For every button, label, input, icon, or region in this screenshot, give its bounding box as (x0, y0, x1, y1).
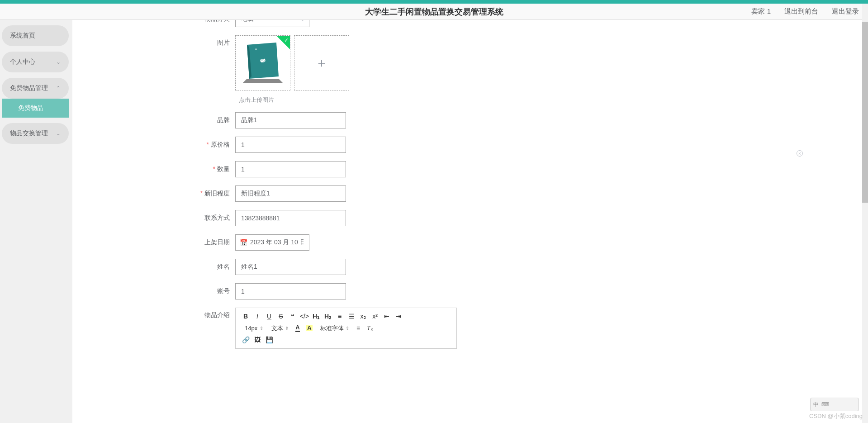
indent-left-button[interactable]: ⇤ (381, 311, 392, 322)
ime-icon: ⌨ (821, 401, 829, 408)
link-button[interactable]: 🔗 (240, 334, 251, 345)
price-input[interactable] (235, 137, 346, 153)
row-image: 图片 ✓ (72, 35, 866, 90)
row-brand: 品牌 (72, 112, 866, 128)
page-title: 大学生二手闲置物品置换交易管理系统 (365, 6, 503, 17)
label-description: 物品介绍 (72, 308, 235, 319)
contact-input[interactable] (235, 210, 346, 226)
watermark: CSDN @小紫coding (809, 412, 863, 420)
row-description: 物品介绍 B I U S ❝ </> H₁ H₂ ≡ (72, 308, 866, 349)
ime-widget[interactable]: 中 ⌨ (810, 398, 859, 411)
image-thumbnail[interactable]: ✓ (235, 35, 290, 90)
italic-button[interactable]: I (252, 311, 263, 322)
format-select-wrap: 文本 (270, 324, 289, 333)
sidebar-item-profile[interactable]: 个人中心 ⌄ (2, 52, 69, 72)
bold-button[interactable]: B (240, 311, 251, 322)
code-button[interactable]: </> (299, 311, 310, 322)
sidebar-item-home[interactable]: 系统首页 (2, 25, 69, 46)
row-quantity: 数量 (72, 161, 866, 177)
account-input[interactable] (235, 283, 346, 299)
category-select[interactable] (235, 20, 309, 27)
quote-button[interactable]: ❝ (287, 311, 298, 322)
name-input[interactable] (235, 259, 346, 275)
condition-input[interactable] (235, 185, 346, 202)
svg-marker-1 (242, 79, 283, 83)
chevron-up-icon: ⌃ (56, 85, 61, 91)
content-area: 物品分类 ⌄ 图片 (72, 20, 866, 423)
select-category-wrap: ⌄ (235, 20, 309, 27)
user-label[interactable]: 卖家 1 (751, 7, 771, 16)
label-brand: 品牌 (72, 116, 235, 124)
clearformat-button[interactable]: Tₓ (365, 323, 375, 333)
label-name: 姓名 (72, 263, 235, 271)
sidebar-item-label: 系统首页 (10, 32, 35, 40)
logout-link[interactable]: 退出登录 (832, 7, 859, 16)
sidebar: 系统首页 个人中心 ⌄ 免费物品管理 ⌃ 免费物品 物品交换管理 ⌄ (0, 20, 71, 423)
row-date: 上架日期 📅 (72, 234, 866, 251)
image-button[interactable]: 🖼 (252, 334, 263, 345)
top-accent-bar (0, 0, 868, 4)
calendar-icon: 📅 (240, 239, 247, 246)
format-select[interactable]: 文本 (270, 324, 290, 333)
date-wrap: 📅 (235, 234, 309, 251)
chevron-down-icon: ⌄ (56, 130, 61, 137)
svg-point-5 (255, 48, 257, 50)
h2-button[interactable]: H₂ (323, 311, 333, 322)
label-contact: 联系方式 (72, 214, 235, 222)
row-name: 姓名 (72, 259, 866, 275)
h1-button[interactable]: H₁ (311, 311, 322, 322)
fontsize-select-wrap: 14px (243, 324, 263, 333)
sidebar-subitem-free-goods[interactable]: 免费物品 (2, 99, 69, 118)
sidebar-subitem-label: 免费物品 (18, 104, 43, 111)
quantity-input[interactable] (235, 161, 346, 177)
row-condition: 新旧程度 (72, 185, 866, 202)
superscript-button[interactable]: x² (370, 311, 380, 322)
chevron-down-icon: ⌄ (56, 59, 61, 65)
header-right: 卖家 1 退出到前台 退出登录 (751, 7, 859, 16)
sidebar-item-label: 物品交换管理 (10, 129, 48, 138)
subscript-button[interactable]: x₂ (358, 311, 369, 322)
underline-button[interactable]: U (264, 311, 275, 322)
strike-button[interactable]: S (275, 311, 286, 322)
fontfamily-select-wrap: 标准字体 (318, 324, 349, 333)
bgcolor-button[interactable]: A (304, 323, 315, 333)
exit-to-front-link[interactable]: 退出到前台 (784, 7, 818, 16)
sidebar-item-exchange[interactable]: 物品交换管理 ⌄ (2, 123, 69, 144)
plus-icon: ＋ (315, 54, 328, 71)
scrollbar-vertical[interactable] (862, 4, 868, 423)
main-container: 系统首页 个人中心 ⌄ 免费物品管理 ⌃ 免费物品 物品交换管理 ⌄ 物品分类 … (0, 20, 868, 423)
save-button[interactable]: 💾 (264, 334, 275, 345)
check-icon: ✓ (284, 37, 289, 43)
label-image: 图片 (72, 35, 235, 47)
row-contact: 联系方式 (72, 210, 866, 226)
scrollbar-thumb[interactable] (862, 22, 868, 203)
fontfamily-select[interactable]: 标准字体 (318, 324, 351, 333)
sidebar-item-free-goods[interactable]: 免费物品管理 ⌃ (2, 78, 69, 99)
label-date: 上架日期 (72, 238, 235, 247)
fontsize-select[interactable]: 14px (243, 324, 265, 333)
label-price: 原价格 (72, 141, 235, 149)
label-category: 物品分类 (72, 20, 235, 23)
textcolor-button[interactable]: A (292, 323, 303, 333)
sidebar-item-label: 个人中心 (10, 58, 35, 66)
ime-lang: 中 (813, 401, 819, 409)
row-price: 原价格 (72, 137, 866, 153)
label-condition: 新旧程度 (72, 190, 235, 198)
ordered-list-button[interactable]: ≡ (334, 311, 345, 322)
laptop-image (236, 36, 290, 90)
richtext-editor: B I U S ❝ </> H₁ H₂ ≡ ☰ x₂ x² ⇤ (235, 308, 457, 349)
indent-right-button[interactable]: ⇥ (393, 311, 404, 322)
upload-add-button[interactable]: ＋ (294, 35, 349, 90)
richtext-toolbar: B I U S ❝ </> H₁ H₂ ≡ ☰ x₂ x² ⇤ (236, 308, 456, 348)
label-account: 账号 (72, 287, 235, 295)
upload-hint: 点击上传图片 (239, 96, 866, 104)
align-button[interactable]: ≡ (353, 323, 364, 333)
unordered-list-button[interactable]: ☰ (346, 311, 357, 322)
sidebar-item-label: 免费物品管理 (10, 84, 48, 92)
upload-area: ✓ ＋ (235, 35, 349, 90)
row-category: 物品分类 ⌄ (72, 20, 866, 27)
label-quantity: 数量 (72, 165, 235, 173)
brand-input[interactable] (235, 112, 346, 128)
clear-icon[interactable]: × (797, 150, 803, 157)
header: 大学生二手闲置物品置换交易管理系统 卖家 1 退出到前台 退出登录 (0, 4, 868, 20)
